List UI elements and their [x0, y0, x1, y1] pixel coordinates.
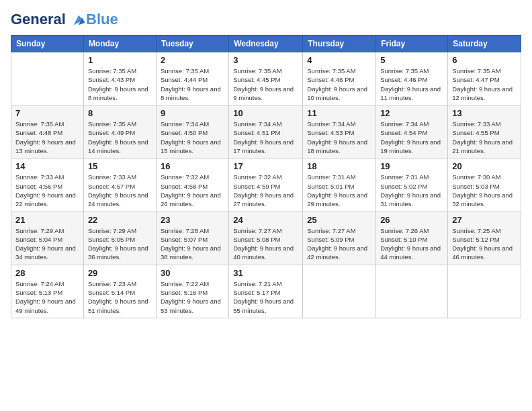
day-number: 19	[380, 161, 443, 171]
day-info: Sunrise: 7:27 AMSunset: 5:09 PMDaylight:…	[307, 226, 371, 262]
day-number: 4	[307, 55, 371, 65]
day-info: Sunrise: 7:31 AMSunset: 5:01 PMDaylight:…	[307, 173, 371, 208]
day-number: 28	[15, 268, 79, 278]
day-cell	[303, 265, 376, 318]
day-info: Sunrise: 7:35 AMSunset: 4:46 PMDaylight:…	[307, 66, 371, 102]
day-info: Sunrise: 7:25 AMSunset: 5:12 PMDaylight:…	[452, 226, 517, 262]
day-cell: 9Sunrise: 7:34 AMSunset: 4:50 PMDaylight…	[156, 105, 228, 158]
day-cell: 10Sunrise: 7:34 AMSunset: 4:51 PMDayligh…	[229, 105, 303, 158]
header-row: SundayMondayTuesdayWednesdayThursdayFrid…	[11, 36, 521, 52]
day-cell: 14Sunrise: 7:33 AMSunset: 4:56 PMDayligh…	[11, 158, 84, 212]
day-info: Sunrise: 7:22 AMSunset: 5:16 PMDaylight:…	[161, 279, 224, 315]
header-cell-friday: Friday	[376, 36, 448, 52]
day-info: Sunrise: 7:35 AMSunset: 4:44 PMDaylight:…	[161, 66, 224, 102]
day-number: 2	[161, 55, 224, 65]
day-cell: 4Sunrise: 7:35 AMSunset: 4:46 PMDaylight…	[303, 52, 376, 105]
day-number: 25	[307, 215, 371, 225]
day-cell: 6Sunrise: 7:35 AMSunset: 4:47 PMDaylight…	[448, 52, 521, 105]
logo-icon	[71, 13, 86, 28]
day-cell: 17Sunrise: 7:32 AMSunset: 4:59 PMDayligh…	[229, 158, 303, 212]
day-cell: 7Sunrise: 7:35 AMSunset: 4:48 PMDaylight…	[11, 105, 84, 158]
day-cell: 11Sunrise: 7:34 AMSunset: 4:53 PMDayligh…	[303, 105, 376, 158]
day-cell: 28Sunrise: 7:24 AMSunset: 5:13 PMDayligh…	[11, 265, 84, 318]
day-info: Sunrise: 7:35 AMSunset: 4:48 PMDaylight:…	[15, 120, 79, 155]
day-cell: 3Sunrise: 7:35 AMSunset: 4:45 PMDaylight…	[229, 52, 303, 105]
header-cell-wednesday: Wednesday	[229, 36, 303, 52]
day-cell	[376, 265, 448, 318]
week-row-1: 7Sunrise: 7:35 AMSunset: 4:48 PMDaylight…	[11, 105, 521, 158]
day-cell	[11, 52, 84, 105]
day-cell: 13Sunrise: 7:33 AMSunset: 4:55 PMDayligh…	[448, 105, 521, 158]
day-number: 27	[452, 215, 517, 225]
day-info: Sunrise: 7:29 AMSunset: 5:05 PMDaylight:…	[88, 226, 152, 262]
day-cell: 1Sunrise: 7:35 AMSunset: 4:43 PMDaylight…	[83, 52, 156, 105]
page-container: General Blue SundayMondayTuesdayWednesda…	[0, 0, 532, 324]
day-cell: 15Sunrise: 7:33 AMSunset: 4:57 PMDayligh…	[83, 158, 156, 212]
header-cell-thursday: Thursday	[303, 36, 376, 52]
day-info: Sunrise: 7:34 AMSunset: 4:53 PMDaylight:…	[307, 120, 371, 155]
day-number: 31	[233, 268, 298, 278]
day-cell: 20Sunrise: 7:30 AMSunset: 5:03 PMDayligh…	[448, 158, 521, 212]
day-cell: 2Sunrise: 7:35 AMSunset: 4:44 PMDaylight…	[156, 52, 228, 105]
week-row-2: 14Sunrise: 7:33 AMSunset: 4:56 PMDayligh…	[11, 158, 521, 212]
day-number: 18	[307, 161, 371, 171]
logo-text: General	[11, 11, 86, 28]
day-cell: 5Sunrise: 7:35 AMSunset: 4:46 PMDaylight…	[376, 52, 448, 105]
week-row-3: 21Sunrise: 7:29 AMSunset: 5:04 PMDayligh…	[11, 212, 521, 265]
day-cell: 27Sunrise: 7:25 AMSunset: 5:12 PMDayligh…	[448, 212, 521, 265]
day-info: Sunrise: 7:27 AMSunset: 5:08 PMDaylight:…	[233, 226, 298, 262]
day-info: Sunrise: 7:34 AMSunset: 4:54 PMDaylight:…	[380, 120, 443, 155]
header-cell-sunday: Sunday	[11, 36, 84, 52]
day-cell: 25Sunrise: 7:27 AMSunset: 5:09 PMDayligh…	[303, 212, 376, 265]
day-info: Sunrise: 7:33 AMSunset: 4:55 PMDaylight:…	[452, 120, 517, 155]
day-info: Sunrise: 7:35 AMSunset: 4:46 PMDaylight:…	[380, 66, 443, 102]
calendar-header: SundayMondayTuesdayWednesdayThursdayFrid…	[11, 36, 521, 52]
day-cell: 31Sunrise: 7:21 AMSunset: 5:17 PMDayligh…	[229, 265, 303, 318]
day-cell: 24Sunrise: 7:27 AMSunset: 5:08 PMDayligh…	[229, 212, 303, 265]
header-cell-tuesday: Tuesday	[156, 36, 228, 52]
day-number: 1	[88, 55, 152, 65]
day-number: 20	[452, 161, 517, 171]
logo-blue: Blue	[86, 11, 118, 28]
day-number: 7	[15, 108, 79, 118]
day-cell: 8Sunrise: 7:35 AMSunset: 4:49 PMDaylight…	[83, 105, 156, 158]
day-cell: 29Sunrise: 7:23 AMSunset: 5:14 PMDayligh…	[83, 265, 156, 318]
day-number: 15	[88, 161, 152, 171]
day-number: 13	[452, 108, 517, 118]
calendar-table: SundayMondayTuesdayWednesdayThursdayFrid…	[11, 35, 521, 318]
day-info: Sunrise: 7:33 AMSunset: 4:56 PMDaylight:…	[15, 173, 79, 208]
day-cell: 12Sunrise: 7:34 AMSunset: 4:54 PMDayligh…	[376, 105, 448, 158]
day-number: 6	[452, 55, 517, 65]
day-info: Sunrise: 7:26 AMSunset: 5:10 PMDaylight:…	[380, 226, 443, 262]
day-number: 22	[88, 215, 152, 225]
day-number: 10	[233, 108, 298, 118]
day-cell: 26Sunrise: 7:26 AMSunset: 5:10 PMDayligh…	[376, 212, 448, 265]
day-number: 17	[233, 161, 298, 171]
day-cell	[448, 265, 521, 318]
day-number: 5	[380, 55, 443, 65]
day-cell: 18Sunrise: 7:31 AMSunset: 5:01 PMDayligh…	[303, 158, 376, 212]
day-number: 14	[15, 161, 79, 171]
calendar-body: 1Sunrise: 7:35 AMSunset: 4:43 PMDaylight…	[11, 52, 521, 318]
day-info: Sunrise: 7:35 AMSunset: 4:47 PMDaylight:…	[452, 66, 517, 102]
day-number: 16	[161, 161, 224, 171]
day-info: Sunrise: 7:30 AMSunset: 5:03 PMDaylight:…	[452, 173, 517, 208]
week-row-4: 28Sunrise: 7:24 AMSunset: 5:13 PMDayligh…	[11, 265, 521, 318]
day-cell: 21Sunrise: 7:29 AMSunset: 5:04 PMDayligh…	[11, 212, 84, 265]
day-info: Sunrise: 7:35 AMSunset: 4:49 PMDaylight:…	[88, 120, 152, 155]
day-info: Sunrise: 7:33 AMSunset: 4:57 PMDaylight:…	[88, 173, 152, 208]
day-info: Sunrise: 7:32 AMSunset: 4:59 PMDaylight:…	[233, 173, 298, 208]
day-info: Sunrise: 7:35 AMSunset: 4:43 PMDaylight:…	[88, 66, 152, 102]
day-info: Sunrise: 7:34 AMSunset: 4:50 PMDaylight:…	[161, 120, 224, 155]
day-number: 29	[88, 268, 152, 278]
day-cell: 16Sunrise: 7:32 AMSunset: 4:58 PMDayligh…	[156, 158, 228, 212]
day-info: Sunrise: 7:28 AMSunset: 5:07 PMDaylight:…	[161, 226, 224, 262]
day-cell: 23Sunrise: 7:28 AMSunset: 5:07 PMDayligh…	[156, 212, 228, 265]
week-row-0: 1Sunrise: 7:35 AMSunset: 4:43 PMDaylight…	[11, 52, 521, 105]
day-number: 11	[307, 108, 371, 118]
day-info: Sunrise: 7:31 AMSunset: 5:02 PMDaylight:…	[380, 173, 443, 208]
day-info: Sunrise: 7:35 AMSunset: 4:45 PMDaylight:…	[233, 66, 298, 102]
day-number: 3	[233, 55, 298, 65]
day-info: Sunrise: 7:23 AMSunset: 5:14 PMDaylight:…	[88, 279, 152, 315]
day-number: 30	[161, 268, 224, 278]
